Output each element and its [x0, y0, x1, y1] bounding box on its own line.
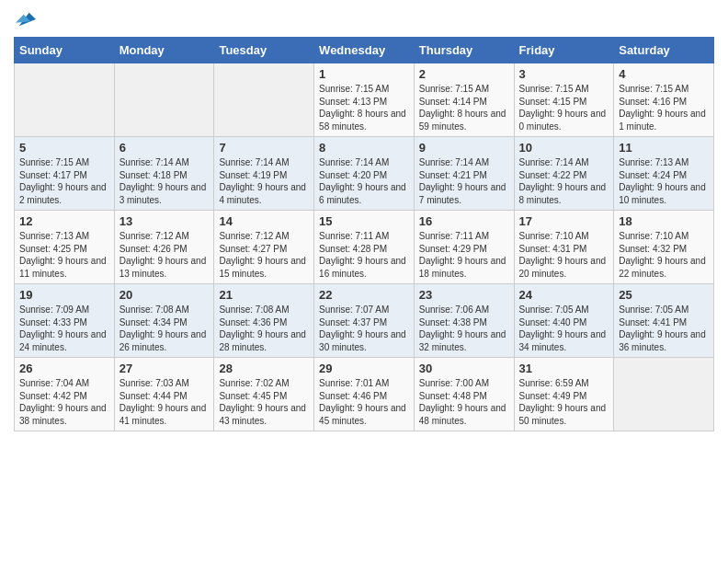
weekday-header-cell: Wednesday	[314, 38, 415, 63]
calendar-cell: 1Sunrise: 7:15 AM Sunset: 4:13 PM Daylig…	[314, 63, 415, 137]
day-number: 14	[219, 214, 309, 228]
weekday-header-row: SundayMondayTuesdayWednesdayThursdayFrid…	[15, 38, 714, 63]
day-number: 15	[319, 214, 409, 228]
day-number: 22	[319, 288, 409, 302]
weekday-header-cell: Tuesday	[214, 38, 314, 63]
logo	[14, 9, 36, 29]
calendar-cell: 20Sunrise: 7:08 AM Sunset: 4:34 PM Dayli…	[114, 284, 214, 358]
day-number: 1	[319, 67, 409, 81]
weekday-header-cell: Friday	[514, 38, 614, 63]
cell-info: Sunrise: 7:00 AM Sunset: 4:48 PM Dayligh…	[419, 377, 509, 427]
calendar-week-row: 26Sunrise: 7:04 AM Sunset: 4:42 PM Dayli…	[15, 358, 714, 431]
day-number: 29	[319, 362, 409, 375]
day-number: 16	[419, 214, 509, 228]
cell-info: Sunrise: 7:11 AM Sunset: 4:28 PM Dayligh…	[319, 230, 409, 280]
calendar-cell: 17Sunrise: 7:10 AM Sunset: 4:31 PM Dayli…	[514, 211, 614, 284]
cell-info: Sunrise: 7:14 AM Sunset: 4:22 PM Dayligh…	[519, 156, 609, 206]
cell-info: Sunrise: 7:06 AM Sunset: 4:38 PM Dayligh…	[419, 304, 509, 353]
cell-info: Sunrise: 7:14 AM Sunset: 4:20 PM Dayligh…	[319, 156, 409, 206]
day-number: 28	[219, 362, 309, 375]
calendar-cell: 7Sunrise: 7:14 AM Sunset: 4:19 PM Daylig…	[214, 137, 314, 211]
weekday-header-cell: Monday	[114, 38, 214, 63]
cell-info: Sunrise: 7:11 AM Sunset: 4:29 PM Dayligh…	[419, 230, 509, 280]
calendar-cell: 28Sunrise: 7:02 AM Sunset: 4:45 PM Dayli…	[214, 358, 314, 431]
cell-info: Sunrise: 7:13 AM Sunset: 4:25 PM Dayligh…	[19, 230, 109, 280]
cell-info: Sunrise: 7:10 AM Sunset: 4:32 PM Dayligh…	[619, 230, 709, 280]
calendar-cell: 31Sunrise: 6:59 AM Sunset: 4:49 PM Dayli…	[514, 358, 614, 431]
day-number: 10	[519, 141, 609, 155]
cell-info: Sunrise: 7:14 AM Sunset: 4:21 PM Dayligh…	[419, 156, 509, 206]
day-number: 9	[419, 141, 509, 155]
calendar-cell: 9Sunrise: 7:14 AM Sunset: 4:21 PM Daylig…	[414, 137, 514, 211]
cell-info: Sunrise: 7:05 AM Sunset: 4:41 PM Dayligh…	[619, 304, 709, 353]
day-number: 4	[619, 67, 709, 81]
cell-info: Sunrise: 7:15 AM Sunset: 4:17 PM Dayligh…	[19, 156, 109, 206]
day-number: 5	[19, 141, 109, 155]
cell-info: Sunrise: 7:15 AM Sunset: 4:15 PM Dayligh…	[519, 83, 609, 132]
cell-info: Sunrise: 7:01 AM Sunset: 4:46 PM Dayligh…	[319, 377, 409, 427]
calendar-cell: 2Sunrise: 7:15 AM Sunset: 4:14 PM Daylig…	[414, 63, 514, 137]
cell-info: Sunrise: 7:08 AM Sunset: 4:34 PM Dayligh…	[119, 304, 210, 353]
weekday-header-cell: Saturday	[614, 38, 714, 63]
calendar-cell: 5Sunrise: 7:15 AM Sunset: 4:17 PM Daylig…	[15, 137, 115, 211]
day-number: 2	[419, 67, 509, 81]
cell-info: Sunrise: 7:03 AM Sunset: 4:44 PM Dayligh…	[119, 377, 210, 427]
cell-info: Sunrise: 7:05 AM Sunset: 4:40 PM Dayligh…	[519, 304, 609, 353]
calendar-cell: 16Sunrise: 7:11 AM Sunset: 4:29 PM Dayli…	[414, 211, 514, 284]
calendar-cell	[114, 63, 214, 137]
day-number: 13	[119, 214, 210, 228]
logo-icon	[16, 9, 36, 29]
day-number: 6	[119, 141, 210, 155]
cell-info: Sunrise: 7:15 AM Sunset: 4:14 PM Dayligh…	[419, 83, 509, 132]
day-number: 3	[519, 67, 609, 81]
calendar-cell: 12Sunrise: 7:13 AM Sunset: 4:25 PM Dayli…	[15, 211, 115, 284]
calendar-week-row: 19Sunrise: 7:09 AM Sunset: 4:33 PM Dayli…	[15, 284, 714, 358]
day-number: 20	[119, 288, 210, 302]
calendar-table: SundayMondayTuesdayWednesdayThursdayFrid…	[14, 37, 714, 431]
day-number: 25	[619, 288, 709, 302]
day-number: 12	[19, 214, 109, 228]
cell-info: Sunrise: 7:12 AM Sunset: 4:26 PM Dayligh…	[119, 230, 210, 280]
day-number: 17	[519, 214, 609, 228]
page-header	[14, 9, 714, 29]
calendar-week-row: 1Sunrise: 7:15 AM Sunset: 4:13 PM Daylig…	[15, 63, 714, 137]
day-number: 24	[519, 288, 609, 302]
calendar-cell: 13Sunrise: 7:12 AM Sunset: 4:26 PM Dayli…	[114, 211, 214, 284]
calendar-cell: 18Sunrise: 7:10 AM Sunset: 4:32 PM Dayli…	[614, 211, 714, 284]
day-number: 7	[219, 141, 309, 155]
cell-info: Sunrise: 7:14 AM Sunset: 4:18 PM Dayligh…	[119, 156, 210, 206]
calendar-cell: 6Sunrise: 7:14 AM Sunset: 4:18 PM Daylig…	[114, 137, 214, 211]
calendar-cell: 8Sunrise: 7:14 AM Sunset: 4:20 PM Daylig…	[314, 137, 415, 211]
cell-info: Sunrise: 7:13 AM Sunset: 4:24 PM Dayligh…	[619, 156, 709, 206]
day-number: 26	[19, 362, 109, 375]
day-number: 18	[619, 214, 709, 228]
calendar-cell: 10Sunrise: 7:14 AM Sunset: 4:22 PM Dayli…	[514, 137, 614, 211]
day-number: 30	[419, 362, 509, 375]
calendar-cell	[214, 63, 314, 137]
cell-info: Sunrise: 6:59 AM Sunset: 4:49 PM Dayligh…	[519, 377, 609, 427]
day-number: 11	[619, 141, 709, 155]
calendar-week-row: 5Sunrise: 7:15 AM Sunset: 4:17 PM Daylig…	[15, 137, 714, 211]
cell-info: Sunrise: 7:15 AM Sunset: 4:16 PM Dayligh…	[619, 83, 709, 132]
calendar-cell: 21Sunrise: 7:08 AM Sunset: 4:36 PM Dayli…	[214, 284, 314, 358]
day-number: 23	[419, 288, 509, 302]
cell-info: Sunrise: 7:10 AM Sunset: 4:31 PM Dayligh…	[519, 230, 609, 280]
calendar-week-row: 12Sunrise: 7:13 AM Sunset: 4:25 PM Dayli…	[15, 211, 714, 284]
calendar-cell: 11Sunrise: 7:13 AM Sunset: 4:24 PM Dayli…	[614, 137, 714, 211]
cell-info: Sunrise: 7:09 AM Sunset: 4:33 PM Dayligh…	[19, 304, 109, 353]
calendar-cell: 23Sunrise: 7:06 AM Sunset: 4:38 PM Dayli…	[414, 284, 514, 358]
cell-info: Sunrise: 7:14 AM Sunset: 4:19 PM Dayligh…	[219, 156, 309, 206]
calendar-cell: 14Sunrise: 7:12 AM Sunset: 4:27 PM Dayli…	[214, 211, 314, 284]
cell-info: Sunrise: 7:15 AM Sunset: 4:13 PM Dayligh…	[319, 83, 409, 132]
calendar-cell	[614, 358, 714, 431]
calendar-body: 1Sunrise: 7:15 AM Sunset: 4:13 PM Daylig…	[15, 63, 714, 431]
calendar-cell: 3Sunrise: 7:15 AM Sunset: 4:15 PM Daylig…	[514, 63, 614, 137]
day-number: 21	[219, 288, 309, 302]
calendar-cell: 4Sunrise: 7:15 AM Sunset: 4:16 PM Daylig…	[614, 63, 714, 137]
cell-info: Sunrise: 7:02 AM Sunset: 4:45 PM Dayligh…	[219, 377, 309, 427]
calendar-cell: 29Sunrise: 7:01 AM Sunset: 4:46 PM Dayli…	[314, 358, 415, 431]
calendar-cell: 26Sunrise: 7:04 AM Sunset: 4:42 PM Dayli…	[15, 358, 115, 431]
calendar-cell: 19Sunrise: 7:09 AM Sunset: 4:33 PM Dayli…	[15, 284, 115, 358]
cell-info: Sunrise: 7:08 AM Sunset: 4:36 PM Dayligh…	[219, 304, 309, 353]
calendar-cell: 25Sunrise: 7:05 AM Sunset: 4:41 PM Dayli…	[614, 284, 714, 358]
